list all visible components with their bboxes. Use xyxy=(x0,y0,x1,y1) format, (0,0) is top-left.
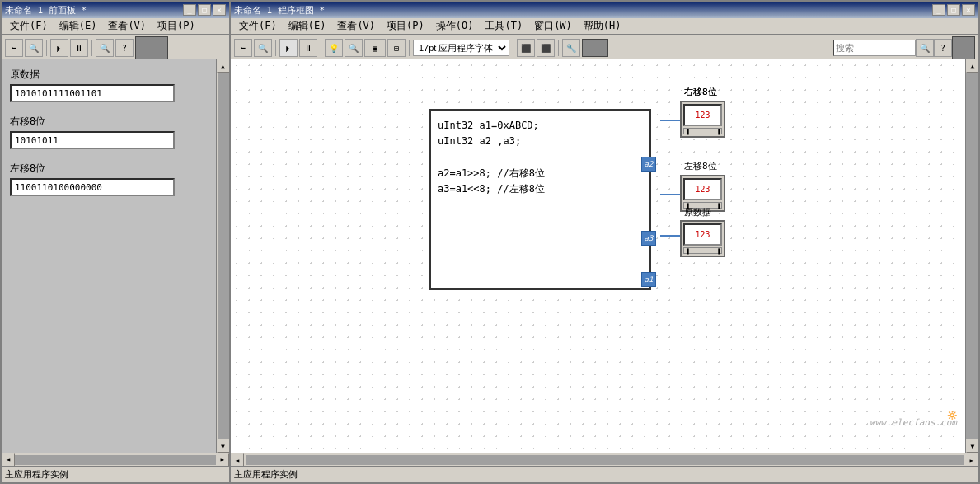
right-toolbar-img[interactable] xyxy=(582,39,608,57)
left-toolbar-zoom[interactable]: 🔍 xyxy=(96,39,114,57)
indicator-display-0: 1010101111001101 xyxy=(10,84,175,102)
right-title-text: 未命名 1 程序框图 * xyxy=(234,4,932,16)
indicator-label-2: 左移8位 xyxy=(10,162,208,176)
right-font-selector[interactable]: 17pt 应用程序字体 xyxy=(413,40,509,56)
right-toolbar-clean[interactable]: 🔧 xyxy=(562,39,580,57)
search-icon-btn[interactable]: 🔍 xyxy=(916,39,934,57)
right-menu-operate[interactable]: 操作(O) xyxy=(431,18,479,34)
search-input[interactable] xyxy=(833,40,916,56)
left-maximize-btn[interactable]: □ xyxy=(198,4,211,16)
right-toolbar-help[interactable]: ? xyxy=(934,39,952,57)
indicator-display-2: 1100110100000000 xyxy=(10,178,175,196)
terminal-a1[interactable]: a1 xyxy=(641,272,656,287)
right-toolbar-corner[interactable] xyxy=(952,36,975,59)
indicator-group-2: 左移8位 1100110100000000 xyxy=(10,162,208,196)
right-close-btn[interactable]: ✕ xyxy=(962,4,975,16)
left-hscroll-track[interactable] xyxy=(15,455,216,465)
right-toolbar-bulb[interactable]: 💡 xyxy=(325,39,343,57)
right-vscroll-track[interactable] xyxy=(966,73,978,439)
left-scroll-right[interactable]: ► xyxy=(216,453,229,467)
indicator-box-a2: 右移8位 123 ▐ ▐ xyxy=(680,101,725,138)
left-scrollbar-v[interactable]: ▲ ▼ xyxy=(216,59,229,453)
right-toolbar-grid[interactable]: ⊞ xyxy=(387,39,406,57)
right-toolbar-sep4 xyxy=(513,40,513,56)
indicator-label-0: 原数据 xyxy=(10,68,208,82)
indicator-widget-a2[interactable]: 123 ▐ ▐ xyxy=(680,101,725,138)
left-toolbar: ⬅ 🔍 ⏵ ⏸ 🔍 ? xyxy=(2,35,229,59)
left-toolbar-icon[interactable] xyxy=(135,36,168,59)
code-line-3: a2=a1>>8; //右移8位 xyxy=(438,166,642,181)
indicator-group-0: 原数据 1010101111001101 xyxy=(10,68,208,102)
code-block: uInt32 a1=0xABCD; uInt32 a2 ,a3; a2=a1>>… xyxy=(429,109,651,290)
right-title-bar: 未命名 1 程序框图 * _ □ ✕ xyxy=(231,2,978,18)
left-menu-project[interactable]: 项目(P) xyxy=(152,18,200,34)
left-toolbar-sep2 xyxy=(91,40,92,56)
left-panel-inner: 原数据 1010101111001101 右移8位 10101011 左移8位 … xyxy=(2,59,229,453)
left-menu-edit[interactable]: 编辑(E) xyxy=(54,18,102,34)
right-menu-window[interactable]: 窗口(W) xyxy=(529,18,577,34)
label-raw-top: 原数据 xyxy=(684,206,711,219)
left-toolbar-sep1 xyxy=(46,40,47,56)
diagram-area[interactable]: uInt32 a1=0xABCD; uInt32 a2 ,a3; a2=a1>>… xyxy=(231,59,965,453)
right-toolbar: ⬅ 🔍 ⏵ ⏸ 💡 🔍 ▣ ⊞ 17pt 应用程序字体 ⬛ ⬛ 🔧 xyxy=(231,35,978,59)
right-toolbar-sep6 xyxy=(612,40,612,56)
indicator-label-1: 右移8位 xyxy=(10,115,208,129)
left-title-buttons: _ □ ✕ xyxy=(183,4,226,16)
terminal-a3[interactable]: a3 xyxy=(641,231,656,246)
left-toolbar-run[interactable]: ⏵ xyxy=(50,39,68,57)
right-scroll-down[interactable]: ▼ xyxy=(966,439,978,453)
right-menu-edit[interactable]: 编辑(E) xyxy=(284,18,331,34)
right-toolbar-fwd[interactable]: 🔍 xyxy=(254,39,272,57)
right-menu-tools[interactable]: 工具(T) xyxy=(480,18,528,34)
left-scroll-down[interactable]: ▼ xyxy=(217,439,230,453)
right-panel-content: uInt32 a1=0xABCD; uInt32 a2 ,a3; a2=a1>>… xyxy=(231,59,978,453)
left-scroll-left[interactable]: ◄ xyxy=(2,453,15,467)
left-menu-file[interactable]: 文件(F) xyxy=(5,18,53,34)
left-scroll-track[interactable] xyxy=(218,73,229,439)
right-toolbar-sep2 xyxy=(321,40,321,56)
left-menu-bar: 文件(F) 编辑(E) 查看(V) 项目(P) xyxy=(2,18,229,35)
indicator-box-a1: 123 ▐ ▐ xyxy=(680,220,725,257)
right-menu-project[interactable]: 项目(P) xyxy=(382,18,429,34)
right-toolbar-pause[interactable]: ⏸ xyxy=(299,39,317,57)
code-line-0: uInt32 a1=0xABCD; xyxy=(438,118,642,134)
right-status-bar: 主应用程序实例 xyxy=(231,466,978,482)
right-toolbar-run[interactable]: ⏵ xyxy=(279,39,298,57)
left-toolbar-pause[interactable]: ⏸ xyxy=(70,39,88,57)
left-toolbar-fwd[interactable]: 🔍 xyxy=(25,39,43,57)
left-window: 未命名 1 前面板 * _ □ ✕ 文件(F) 编辑(E) 查看(V) 项目(P… xyxy=(0,0,231,484)
left-toolbar-help[interactable]: ? xyxy=(115,39,134,57)
right-hscroll-track[interactable] xyxy=(246,455,964,465)
right-scrollbar-v[interactable]: ▲ ▼ xyxy=(965,59,978,453)
indicator-bar-a1: ▐ ▐ xyxy=(683,247,722,254)
right-toolbar-back[interactable]: ⬅ xyxy=(234,39,252,57)
right-toolbar-zoom[interactable]: 🔍 xyxy=(345,39,363,57)
right-scroll-right[interactable]: ► xyxy=(965,453,978,467)
right-toolbar-dist[interactable]: ⬛ xyxy=(537,39,555,57)
left-title-bar: 未命名 1 前面板 * _ □ ✕ xyxy=(2,2,229,18)
code-line-4: a3=a1<<8; //左移8位 xyxy=(438,181,642,197)
indicator-bar-a2: ▐ ▐ xyxy=(683,128,722,134)
label-left8-top: 左移8位 xyxy=(684,160,717,172)
left-toolbar-back[interactable]: ⬅ xyxy=(5,39,23,57)
right-menu-file[interactable]: 文件(F) xyxy=(234,18,282,34)
right-status-text: 主应用程序实例 xyxy=(234,468,298,481)
left-close-btn[interactable]: ✕ xyxy=(213,4,226,16)
code-line-2 xyxy=(438,149,642,165)
right-toolbar-hex[interactable]: ▣ xyxy=(364,39,386,57)
right-maximize-btn[interactable]: □ xyxy=(947,4,960,16)
terminal-a2[interactable]: a2 xyxy=(641,157,656,172)
left-scrollbar-h[interactable]: ◄ ► xyxy=(2,453,229,466)
left-menu-view[interactable]: 查看(V) xyxy=(103,18,151,34)
right-toolbar-align[interactable]: ⬛ xyxy=(517,39,535,57)
indicator-inner-a1: 123 xyxy=(683,223,722,246)
right-menu-help[interactable]: 帮助(H) xyxy=(579,18,626,34)
right-minimize-btn[interactable]: _ xyxy=(932,4,945,16)
right-scroll-up[interactable]: ▲ xyxy=(966,59,978,73)
right-menu-view[interactable]: 查看(V) xyxy=(332,18,380,34)
left-minimize-btn[interactable]: _ xyxy=(183,4,196,16)
right-scroll-left[interactable]: ◄ xyxy=(231,453,244,467)
right-scrollbar-h[interactable]: ◄ ► xyxy=(231,453,978,466)
left-scroll-up[interactable]: ▲ xyxy=(217,59,230,73)
indicator-widget-a1[interactable]: 123 ▐ ▐ xyxy=(680,220,725,257)
